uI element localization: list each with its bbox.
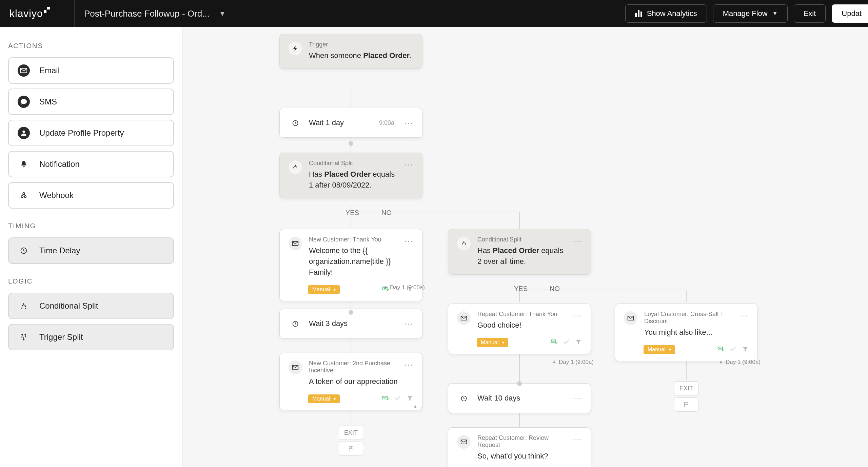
action-tile-webhook[interactable]: Webhook (8, 182, 174, 209)
check-icon[interactable] (730, 346, 736, 354)
svg-point-5 (22, 334, 23, 335)
node-menu-button[interactable]: ··· (405, 236, 413, 278)
show-analytics-button[interactable]: Show Analytics (625, 4, 707, 23)
schedule-caption: Day 1 (9:00a) (383, 284, 425, 291)
node-menu-button[interactable]: ··· (573, 393, 582, 403)
section-title-actions: ACTIONS (8, 42, 174, 50)
section-title-logic: LOGIC (8, 277, 174, 285)
action-label: Trigger Split (39, 332, 83, 342)
node-label: New Customer: 2nd Purchase Incentive (309, 360, 398, 374)
flow-canvas[interactable]: Trigger When someone Placed Order. Wait … (182, 27, 868, 467)
node-label: Conditional Split (477, 236, 566, 243)
node-mini-actions (717, 346, 749, 354)
node-description: You might also like... (644, 327, 733, 338)
check-icon[interactable] (394, 395, 401, 403)
exit-label: Exit (804, 9, 816, 18)
node-mini-actions (382, 395, 413, 403)
node-label: Conditional Split (309, 160, 398, 167)
clock-icon (18, 245, 30, 257)
node-wait-10days[interactable]: Wait 10 days ··· (448, 383, 591, 413)
logic-tile-trigger-split[interactable]: Trigger Split (8, 324, 174, 350)
node-description: Has Placed Order equals 2 over all time. (477, 245, 566, 267)
status-badge-manual[interactable]: Manual▼ (308, 394, 340, 403)
action-tile-sms[interactable]: SMS (8, 89, 174, 115)
flow-title: Post-Purchase Followup - Ord... (84, 8, 210, 19)
action-tile-update-profile[interactable]: Update Profile Property (8, 120, 174, 146)
split-icon (289, 160, 302, 174)
action-tile-notification[interactable]: Notification (8, 151, 174, 177)
brand-logo[interactable]: klaviyo (0, 0, 75, 27)
node-label: Repeat Customer: Review Request (477, 434, 566, 449)
node-description: Welcome to the {{ organization.name|titl… (309, 245, 398, 278)
node-mini-actions (551, 338, 582, 347)
schedule-caption: Day 1 (9:00a) (552, 359, 594, 366)
node-conditional-split-2[interactable]: Conditional Split Has Placed Order equal… (448, 229, 591, 275)
node-trigger[interactable]: Trigger When someone Placed Order. (279, 34, 422, 69)
add-step-handle[interactable]: – (413, 404, 423, 410)
action-label: Webhook (39, 191, 74, 200)
node-conditional-split-1[interactable]: Conditional Split Has Placed Order equal… (279, 153, 422, 198)
action-label: Email (39, 66, 60, 75)
node-menu-button[interactable]: ··· (405, 118, 413, 128)
node-menu-button[interactable]: ··· (573, 434, 582, 462)
person-icon (18, 127, 30, 139)
clock-icon (289, 116, 302, 130)
node-email-loyal-xsell[interactable]: Loyal Customer: Cross-Sell + Discount Yo… (615, 304, 758, 361)
webhook-icon (18, 189, 30, 201)
status-badge-manual[interactable]: Manual▼ (477, 338, 508, 347)
flag-marker (674, 397, 698, 412)
node-menu-button[interactable]: ··· (405, 160, 413, 191)
logic-tile-conditional-split[interactable]: Conditional Split (8, 293, 174, 319)
email-icon (289, 361, 302, 374)
add-step-handle[interactable] (349, 141, 353, 146)
node-description: A token of our appreciation (309, 376, 398, 387)
action-tile-email[interactable]: Email (8, 57, 174, 84)
svg-point-0 (22, 131, 25, 133)
node-menu-button[interactable]: ··· (740, 311, 749, 338)
trigger-split-icon (18, 331, 30, 343)
mail-check-icon[interactable] (382, 395, 389, 403)
exit-button[interactable]: Exit (794, 4, 826, 23)
node-label: New Customer: Thank You (309, 236, 398, 243)
lightning-icon (289, 42, 302, 55)
split-icon (18, 300, 30, 312)
node-description: When someone Placed Order. (309, 50, 413, 61)
node-menu-button[interactable]: ··· (573, 311, 582, 331)
branch-label-no: NO (381, 209, 392, 217)
add-step-handle[interactable] (349, 310, 353, 315)
node-description: Good choice! (477, 320, 566, 331)
node-description: So, what'd you think? (477, 451, 566, 462)
section-title-timing: TIMING (8, 222, 174, 230)
check-icon[interactable] (563, 338, 570, 347)
manage-flow-button[interactable]: Manage Flow ▼ (713, 4, 788, 23)
status-badge-manual[interactable]: Manual▼ (308, 285, 340, 294)
node-label: Repeat Customer: Thank You (477, 311, 566, 318)
mail-check-icon[interactable] (717, 346, 724, 354)
node-wait-1day[interactable]: Wait 1 day 9:00a ··· (279, 108, 422, 138)
filter-icon[interactable] (575, 338, 582, 347)
svg-point-6 (25, 334, 26, 335)
node-menu-button[interactable]: ··· (573, 236, 582, 267)
email-icon (457, 435, 471, 449)
split-icon (457, 237, 471, 250)
update-button[interactable]: Updat (832, 4, 868, 23)
status-badge-manual[interactable]: Manual▼ (644, 345, 675, 354)
node-description: Wait 10 days (477, 393, 566, 404)
clock-icon (289, 317, 302, 331)
timing-tile-time-delay[interactable]: Time Delay (8, 237, 174, 264)
sms-icon (18, 96, 30, 108)
node-email-new-incentive[interactable]: New Customer: 2nd Purchase Incentive A t… (279, 353, 422, 410)
brand-mark-icon (44, 7, 51, 14)
node-email-repeat-review[interactable]: Repeat Customer: Review Request So, what… (448, 427, 591, 467)
node-menu-button[interactable]: ··· (405, 319, 413, 328)
mail-check-icon[interactable] (551, 338, 557, 347)
add-step-handle[interactable] (517, 381, 522, 386)
node-menu-button[interactable]: ··· (405, 360, 413, 387)
node-label: Loyal Customer: Cross-Sell + Discount (644, 311, 733, 325)
filter-icon[interactable] (742, 346, 749, 354)
chevron-down-icon: ▼ (772, 11, 778, 17)
flow-title-dropdown[interactable]: Post-Purchase Followup - Ord... ▼ (75, 8, 226, 19)
node-email-repeat-thankyou[interactable]: Repeat Customer: Thank You Good choice! … (448, 304, 591, 354)
brand-name: klaviyo (9, 8, 43, 19)
filter-icon[interactable] (407, 395, 413, 403)
